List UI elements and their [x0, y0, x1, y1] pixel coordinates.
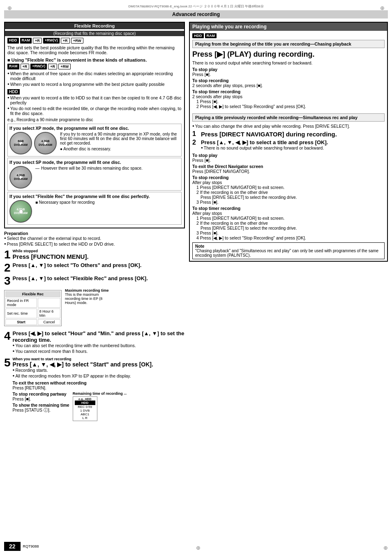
table-cancel-btn[interactable]: Cancel: [38, 319, 60, 325]
step-1-cmd: Press [FUNCTION MENU].: [13, 253, 185, 260]
badge-r: +R: [33, 38, 42, 44]
stop-rec-s2: 2 If the recording is on the other drive: [192, 190, 268, 195]
step-4-cmd: Press [◀, ▶] to select "Hour" and "Min."…: [13, 330, 185, 343]
bullet-1: When the amount of free space on the dis…: [7, 71, 182, 81]
table-row-2-col1: Set rec. time: [5, 309, 37, 318]
simul-stop-play-text: Press [■].: [192, 158, 211, 163]
exit-stop-section: To exit the screen without recording Pre…: [13, 380, 185, 421]
left-column: Flexible Recording (Recording that fits …: [4, 22, 185, 423]
badge-r2: +R: [61, 38, 70, 44]
flexible-mode-title: If you select "Flexible Rec" the program…: [9, 194, 180, 199]
flexible-rec-table: Flexible Rec Record in FR mode Set rec. …: [4, 290, 62, 326]
simul-step-2-bullet: There is no sound output while searching…: [201, 145, 385, 150]
xp-mode-text: If you try to record a 90 minute program…: [60, 132, 180, 145]
chasing-timer-step-2: 1 Press [■].: [192, 99, 219, 104]
exit-label: To exit the screen without recording Pre…: [13, 380, 185, 390]
simul-step-2-cmd: Press [▲, ▼, ◀, ▶] to select a title and…: [201, 139, 385, 145]
playing-badges: HDD RAM: [192, 33, 385, 38]
remaining-time-label: Remaining time of recording —: [73, 391, 127, 396]
badge-rwv: +RW(V): [43, 38, 60, 44]
table-title: Flexible Rec: [5, 291, 60, 297]
steps-1-3: 1 While stopped Press [FUNCTION MENU]. 2…: [4, 249, 185, 287]
badge-hdd-r: HDD: [192, 33, 204, 38]
max-time-text: This is the maximum recording time in EP…: [65, 292, 102, 305]
simul-step-2-num: 2: [192, 139, 199, 146]
timer-s3: Press [DRIVE SELECT] to select the recor…: [192, 226, 297, 230]
step-5: 5 When you want to start recording Press…: [4, 357, 185, 421]
badge-rwv2: +RW(V): [30, 64, 47, 69]
page-footer: 22 RQT9088: [4, 542, 39, 551]
step5-bullet-2: All the recording modes from XP to EP ap…: [13, 373, 185, 378]
right-column: Playing while you are recording HDD RAM …: [189, 22, 388, 423]
step-2: 2 Press [▲, ▼] to select "To Others" and…: [4, 262, 185, 274]
prep-bullet-1: Select the channel or the external input…: [4, 236, 185, 241]
prep-bullet-2: Press [DRIVE SELECT] to select the HDD o…: [4, 242, 185, 246]
page-meta: DM07A78&88GV-RQT9088-E_eng.book 22 ページ ２…: [4, 4, 388, 9]
badge-ram-r: RAM: [205, 33, 217, 38]
hdd-display: e.g., HDD HDD REC 0:59 1 DVB ABC1 L R: [73, 396, 97, 421]
flexible-intro: The unit sets the best possible picture …: [7, 45, 182, 55]
table-start-btn[interactable]: Start: [5, 319, 37, 325]
chasing-stop-rec: To stop recording 2 seconds after play s…: [192, 78, 385, 88]
step-4: 4 Press [◀, ▶] to select "Hour" and "Min…: [4, 330, 185, 355]
step-1-label: While stopped: [13, 249, 185, 253]
page-header: Advanced recording: [4, 10, 388, 18]
xp-mode-title: If you select XP mode, the programme wil…: [9, 126, 180, 131]
bullet-2: When you want to record a long programme…: [7, 82, 182, 87]
sp-mode-title: If you select SP mode, the programme wil…: [9, 160, 180, 165]
step4-bullet-1: You can also set the recording time with…: [13, 343, 185, 348]
xp-mode-note: ● Another disc is necessary.: [60, 147, 180, 151]
step-3-num: 3: [4, 275, 11, 287]
simul-stop-timer: To stop timer recording After play stops…: [192, 206, 385, 240]
simultaneous-box: Playing a title previously recorded whil…: [192, 113, 385, 122]
eg-text: e.g., Recording a 90 minute programme to…: [7, 117, 182, 122]
sp-mode-note: However there will be 30 minutes remaini…: [35, 166, 180, 170]
step-1: 1 While stopped Press [FUNCTION MENU].: [4, 249, 185, 260]
step-2-num: 2: [4, 262, 11, 274]
hdd-line4: ABC1: [75, 412, 95, 416]
badge-ram2: RAM: [7, 64, 19, 69]
chasing-stop-rec-text: 2 seconds after play stops, press [■].: [192, 83, 263, 88]
max-time-note: Maximum recording time This is the maxim…: [65, 288, 114, 305]
chasing-cmd-section: Press [▶] (PLAY) during recording. There…: [192, 50, 385, 65]
table-row-1-col1: Record in FR mode: [5, 298, 37, 308]
chasing-stop-play: To stop play Press [■].: [192, 67, 385, 77]
timer-s2: 2 If the recording is on the other drive: [192, 221, 268, 226]
table-row-2-col2: 8 Hour 6 Min: [38, 309, 60, 318]
footer-code: RQT9088: [23, 544, 39, 548]
step4-bullet-2: You cannot record more than 8 hours.: [13, 349, 185, 354]
simul-stop-rec: To stop recording After play stops 1 Pre…: [192, 175, 385, 205]
step-4-num: 4: [4, 330, 11, 342]
flexible-recording-section: Flexible Recording (Recording that fits …: [4, 22, 185, 228]
playing-section: Playing while you are recording HDD RAM …: [189, 22, 388, 262]
hdd-line5: L R: [75, 416, 95, 420]
playing-section-title: Playing while you are recording: [190, 23, 387, 31]
disc-4gb: 4.7GBDVD-RAM: [34, 132, 57, 154]
flexible-space-note: ■ Necessary space for recording: [35, 200, 180, 205]
hdd-bullet-2: You do not need to edit the recorded tit…: [7, 106, 182, 116]
disc-sp: 4.7GBDVD-RAM: [9, 166, 32, 189]
chasing-box: Playing from the beginning of the title …: [192, 40, 385, 48]
simul-bullet: You can also change the drive and play w…: [192, 124, 385, 129]
bottom-center-crosshair: ⊕: [196, 545, 201, 551]
hdd-line1: HDD: [75, 401, 95, 405]
disc-flexible: 4.7GBDVD-RAM: [9, 200, 32, 223]
sp-mode-box: If you select SP mode, the programme wil…: [7, 158, 182, 191]
simul-exit-nav: To exit the Direct Navigator screen Pres…: [192, 164, 385, 174]
xp-mode-box: If you select XP mode, the programme wil…: [7, 124, 182, 157]
simul-exit-nav-text: Press [DIRECT NAVIGATOR].: [192, 169, 250, 174]
flexible-recording-title: Flexible Recording: [5, 23, 184, 29]
hdd-label: HDD: [7, 89, 20, 94]
stop-rec-s1: 1 Press [DIRECT NAVIGATOR] to exit scree…: [192, 185, 285, 190]
disc-6gb: 6GBDVD-RAM: [9, 132, 32, 154]
note-box: Note "Chasing playback" and "Simultaneou…: [192, 242, 385, 259]
chasing-note: There is no sound output while searching…: [192, 60, 385, 65]
simul-step-1: 1 Press [DIRECT NAVIGATOR] during record…: [192, 131, 385, 138]
bottom-right-crosshair: ⊕: [383, 545, 388, 551]
simul-stop-play: To stop play Press [■].: [192, 153, 385, 163]
step5-bullet-1: Recording starts.: [13, 368, 185, 373]
simul-step-1-num: 1: [192, 131, 199, 137]
chasing-stop-play-text: Press [■].: [192, 72, 211, 77]
badge-r4: +R: [48, 64, 57, 69]
step-3: 3 Press [▲, ▼] to select "Flexible Rec" …: [4, 275, 185, 287]
